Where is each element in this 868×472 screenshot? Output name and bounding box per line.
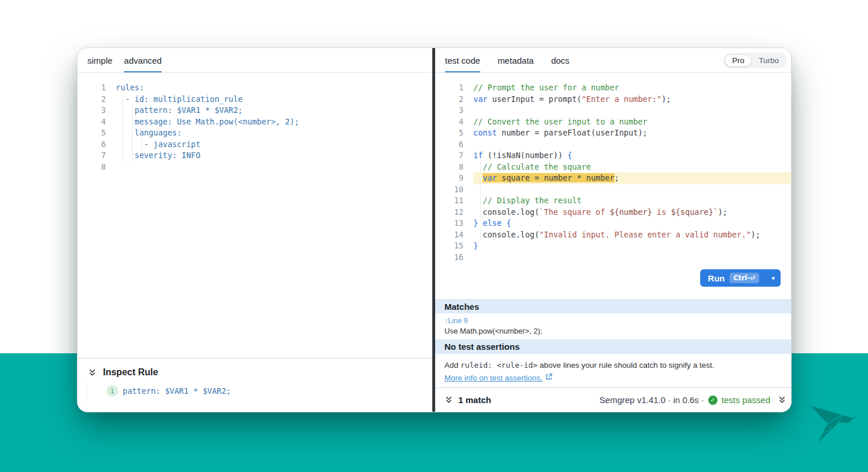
code-line[interactable]: 3 pattern: $VAR1 * $VAR2; [78, 105, 432, 116]
code-line[interactable]: 1rules: [78, 82, 432, 94]
code-line[interactable]: 9 var square = number * number; [435, 173, 792, 184]
match-line-row: ↑Line 9 [435, 313, 792, 325]
run-dropdown-caret-icon[interactable]: ▾ [766, 275, 775, 282]
indent-guide [123, 150, 123, 162]
tab-simple[interactable]: simple [87, 48, 112, 72]
code-line[interactable]: 14 console.log("Invalid input. Please en… [435, 229, 792, 241]
pattern-count-badge: 1 [106, 385, 118, 397]
match-count: 1 match [458, 395, 491, 405]
code-line[interactable]: 8 // Calculate the square [435, 162, 792, 173]
line-number: 7 [435, 150, 473, 162]
ruleid-code: ruleid: <rule-id> [461, 361, 538, 369]
inspect-rule-title: Inspect Rule [103, 367, 158, 378]
line-number: 14 [435, 229, 473, 241]
rule-editor[interactable]: 1rules:2 - id: multiplication_rule3 patt… [78, 73, 432, 358]
indent-guide [123, 116, 123, 128]
indent-guide [132, 116, 133, 128]
line-number: 11 [435, 195, 473, 207]
run-status: Semgrep v1.41.0 · in 0.6s · ✓ tests pass… [599, 395, 786, 405]
run-button[interactable]: Run Ctrl-⏎ ▾ [700, 269, 781, 287]
matches-header: Matches [435, 300, 792, 313]
indent-guide [123, 127, 123, 139]
code-line[interactable]: 5 languages: [78, 127, 432, 139]
indent-guide [480, 229, 481, 241]
code-line[interactable]: 7if (!isNaN(number)) { [435, 150, 792, 162]
collapse-chevron-icon[interactable] [88, 368, 97, 377]
inspect-pattern-row: 1 pattern: $VAR1 * $VAR2; [106, 385, 432, 397]
indent-guide [86, 383, 87, 403]
line-number: 12 [435, 207, 473, 218]
test-code-editor[interactable]: 1// Prompt the user for a number2var use… [435, 73, 792, 299]
tab-metadata[interactable]: metadata [498, 48, 534, 72]
match-count-toggle[interactable]: 1 match [444, 395, 491, 405]
test-assertions-link[interactable]: More info on test assertions. [444, 374, 543, 382]
code-line[interactable]: 5const number = parseFloat(userInput); [435, 127, 792, 139]
code-line[interactable]: 6 - javascript [78, 139, 432, 151]
code-line[interactable]: 7 severity: INFO [78, 150, 432, 162]
line-number: 1 [435, 82, 473, 94]
collapse-chevron-icon[interactable] [778, 396, 786, 404]
match-line-link[interactable]: ↑Line 9 [444, 317, 468, 325]
indent-guide [480, 162, 481, 173]
code-line[interactable]: 15} [435, 240, 792, 252]
indent-guide [480, 207, 481, 218]
line-number: 9 [435, 173, 473, 184]
inspect-rule-header[interactable]: Inspect Rule [88, 367, 432, 378]
tests-passed-check-icon: ✓ [708, 396, 718, 405]
indent-guide [480, 184, 481, 196]
line-number: 7 [78, 150, 116, 162]
mode-pro[interactable]: Pro [724, 54, 752, 67]
run-shortcut-badge: Ctrl-⏎ [730, 273, 760, 283]
rule-panel: simple advanced 1rules:2 - id: multiplic… [78, 48, 432, 412]
tests-passed-label: tests passed [722, 395, 770, 405]
line-number: 5 [435, 127, 473, 139]
line-number: 4 [435, 116, 473, 128]
line-number: 6 [435, 139, 473, 151]
code-line[interactable]: 12 console.log(`The square of ${number} … [435, 207, 792, 218]
tab-advanced[interactable]: advanced [124, 48, 161, 72]
indent-guide [132, 139, 133, 151]
code-line[interactable]: 6 [435, 139, 792, 151]
mode-turbo[interactable]: Turbo [752, 55, 786, 66]
tab-docs[interactable]: docs [551, 48, 569, 72]
code-line[interactable]: 4// Convert the user input to a number [435, 116, 792, 128]
line-number: 2 [78, 94, 116, 105]
code-line[interactable]: 13} else { [435, 218, 792, 229]
engine-mode-toggle[interactable]: Pro Turbo [723, 53, 787, 68]
code-line[interactable]: 10 [435, 184, 792, 196]
code-line[interactable]: 2 - id: multiplication_rule [78, 94, 432, 105]
code-line[interactable]: 8 [78, 162, 432, 173]
indent-guide [132, 150, 133, 162]
tab-test-code[interactable]: test code [445, 48, 480, 72]
code-line[interactable]: 11 // Display the result [435, 195, 792, 207]
code-line[interactable]: 2var userInput = prompt("Enter a number:… [435, 94, 792, 105]
code-line[interactable]: 4 message: Use Math.pow(<number>, 2); [78, 116, 432, 128]
origami-bird-logo [806, 402, 859, 449]
line-number: 8 [78, 162, 116, 173]
code-line[interactable]: 1// Prompt the user for a number [435, 82, 792, 94]
indent-guide [132, 127, 133, 139]
indent-guide [123, 105, 123, 116]
line-number: 3 [435, 105, 473, 116]
line-number: 1 [78, 82, 116, 94]
indent-guide [132, 105, 133, 116]
code-line[interactable]: 3 [435, 105, 792, 116]
line-number: 8 [435, 162, 473, 173]
line-number: 10 [435, 184, 473, 196]
page: simple advanced 1rules:2 - id: multiplic… [0, 0, 868, 472]
indent-guide [480, 195, 481, 207]
line-number: 6 [78, 139, 116, 151]
assertion-hint: Add ruleid: <rule-id> above lines your r… [435, 354, 792, 369]
indent-guide [123, 94, 123, 105]
line-number: 4 [78, 116, 116, 128]
rule-tabbar: simple advanced [78, 48, 432, 73]
no-test-assertions-header: No test assertions [435, 339, 792, 354]
line-number: 13 [435, 218, 473, 229]
line-number: 16 [435, 252, 473, 264]
test-tabbar: test code metadata docs Pro Turbo [435, 48, 792, 73]
external-link-icon[interactable] [545, 374, 553, 382]
code-line[interactable]: 16 [435, 252, 792, 264]
line-number: 5 [78, 127, 116, 139]
collapse-chevron-icon[interactable] [444, 396, 453, 404]
inspect-pattern-text: pattern: $VAR1 * $VAR2; [123, 386, 231, 396]
